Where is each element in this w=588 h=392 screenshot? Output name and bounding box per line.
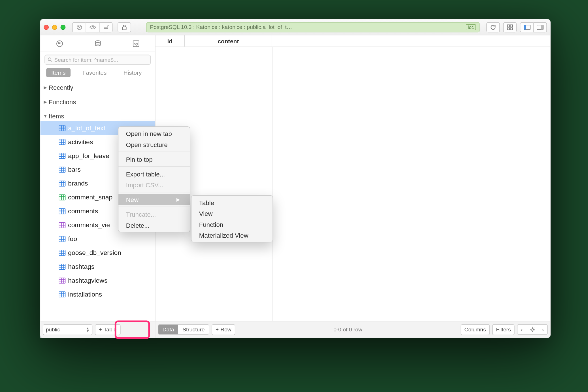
sql-editor-icon[interactable]: SQL [132, 40, 140, 47]
svg-rect-5 [507, 25, 509, 27]
window-controls [44, 25, 65, 30]
table-item-label: brands [68, 180, 88, 187]
search-input[interactable]: Search for item: ^name$... [44, 55, 151, 65]
breadcrumb-text: PostgreSQL 10.3 : Katonice : katonice : … [150, 24, 292, 30]
svg-rect-7 [507, 27, 509, 29]
submenu-new-function[interactable]: Function [191, 219, 272, 230]
preview-button[interactable] [86, 22, 99, 32]
location-badge: loc [466, 24, 476, 30]
close-tab-button[interactable] [72, 22, 86, 32]
titlebar: PostgreSQL 10.3 : Katonice : katonice : … [40, 19, 550, 35]
filters-button[interactable]: Filters [492, 324, 515, 335]
table-icon [59, 153, 66, 159]
table-item-hashtags[interactable]: hashtags [40, 259, 155, 273]
table-icon [59, 222, 66, 228]
menu-delete[interactable]: Delete... [118, 220, 190, 231]
menu-truncate: Truncate... [118, 209, 190, 220]
sidebar-tab-history[interactable]: History [118, 68, 147, 77]
table-item-label: comments [68, 207, 98, 215]
menu-pin-to-top[interactable]: Pin to top [118, 154, 190, 165]
svg-point-3 [92, 26, 93, 28]
svg-rect-12 [541, 25, 543, 29]
svg-point-14 [95, 41, 100, 42]
table-icon [59, 125, 66, 131]
database-icon[interactable] [94, 40, 101, 47]
svg-rect-10 [524, 25, 526, 29]
columns-button[interactable]: Columns [461, 324, 490, 335]
svg-rect-6 [510, 25, 512, 27]
sidebar-tab-favorites[interactable]: Favorites [77, 68, 112, 77]
table-icon [59, 263, 66, 269]
table-item-label: activities [68, 138, 93, 146]
table-icon [59, 167, 66, 172]
zoom-window-button[interactable] [61, 25, 66, 30]
tree-group-items[interactable]: ▼Items [40, 111, 155, 121]
toggle-left-panel-button[interactable] [520, 22, 533, 32]
column-header-row: id content [155, 35, 550, 47]
table-icon [59, 180, 66, 186]
tree-group-functions[interactable]: ▶Functions [40, 97, 155, 107]
table-item-label: comment_snap [68, 193, 112, 201]
column-header-content[interactable]: content [185, 35, 272, 47]
refresh-button[interactable] [486, 22, 500, 32]
toggle-right-panel-button[interactable] [533, 22, 547, 32]
sidebar-tab-items[interactable]: Items [46, 68, 71, 77]
table-item-installations[interactable]: installations [40, 287, 155, 301]
close-window-button[interactable] [44, 25, 49, 30]
table-icon [59, 250, 66, 256]
column-header-id[interactable]: id [155, 35, 185, 47]
menu-new[interactable]: New▶ [118, 194, 190, 205]
history-nav-button[interactable] [99, 22, 112, 32]
chevron-right-icon: ▶ [176, 197, 180, 202]
svg-rect-8 [510, 27, 512, 29]
prev-page-button[interactable]: ‹ [517, 325, 526, 334]
connection-icon[interactable] [56, 40, 63, 47]
svg-rect-4 [122, 27, 126, 29]
grid-view-button[interactable] [503, 22, 516, 32]
table-item-label: a_lot_of_text [68, 124, 105, 132]
breadcrumb-bar[interactable]: PostgreSQL 10.3 : Katonice : katonice : … [146, 22, 480, 32]
minimize-window-button[interactable] [52, 25, 57, 30]
search-icon [48, 57, 53, 62]
menu-open-new-tab[interactable]: Open in new tab [118, 128, 190, 139]
submenu-new-table[interactable]: Table [191, 197, 272, 208]
submenu-new-materialized-view[interactable]: Materialized View [191, 230, 272, 241]
schema-selector[interactable]: public ▲▼ [43, 324, 92, 335]
settings-gear-button[interactable] [526, 325, 539, 334]
svg-point-19 [532, 329, 533, 330]
lock-button[interactable] [118, 22, 131, 32]
table-icon [59, 208, 66, 214]
table-item-label: hashtagviews [68, 276, 107, 284]
segment-structure[interactable]: Structure [178, 325, 209, 334]
data-grid[interactable] [155, 47, 550, 321]
svg-point-17 [48, 58, 51, 61]
tree-group-recently[interactable]: ▶Recently [40, 82, 155, 93]
table-item-goose_db_version[interactable]: goose_db_version [40, 246, 155, 259]
plus-icon: + [99, 326, 102, 333]
table-item-label: installations [68, 290, 102, 298]
sidebar-footer: public ▲▼ +Table [40, 321, 155, 338]
submenu-new-view[interactable]: View [191, 208, 272, 219]
add-table-button[interactable]: +Table [95, 324, 120, 335]
table-icon [59, 236, 66, 242]
table-item-label: bars [68, 166, 81, 173]
view-mode-segment: Data Structure [158, 324, 209, 335]
table-item-label: hashtags [68, 263, 94, 270]
svg-text:SQL: SQL [133, 42, 139, 45]
svg-line-18 [51, 61, 52, 62]
table-item-foo[interactable]: foo [40, 232, 155, 246]
segment-data[interactable]: Data [158, 325, 178, 334]
menu-export-table[interactable]: Export table... [118, 169, 190, 180]
table-item-label: comments_vie [68, 221, 110, 229]
schema-name: public [46, 326, 60, 333]
context-submenu-new: Table View Function Materialized View [191, 195, 273, 242]
add-row-button[interactable]: +Row [212, 324, 235, 335]
row-status: 0-0 of 0 row [238, 326, 458, 333]
plus-icon: + [216, 326, 219, 333]
main-footer: Data Structure +Row 0-0 of 0 row Columns… [155, 321, 550, 338]
menu-open-structure[interactable]: Open structure [118, 139, 190, 150]
table-item-label: foo [68, 235, 77, 243]
table-item-hashtagviews[interactable]: hashtagviews [40, 273, 155, 287]
table-item-label: goose_db_version [68, 249, 121, 257]
next-page-button[interactable]: › [539, 325, 547, 334]
